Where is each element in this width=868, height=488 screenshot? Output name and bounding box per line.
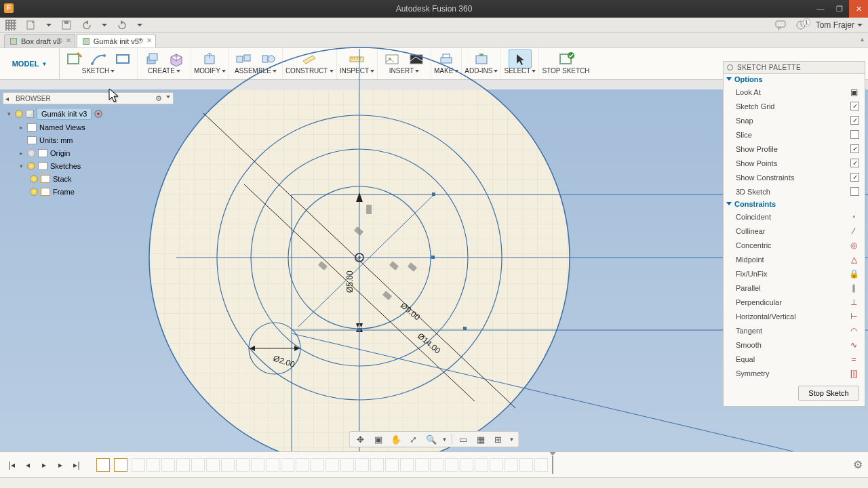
tab-close-icon[interactable]: ✕ <box>66 37 71 44</box>
plane-icon[interactable] <box>298 49 321 68</box>
option-show-points[interactable]: Show Points✓ <box>724 156 865 170</box>
gear-icon[interactable]: ⚙ <box>155 94 162 103</box>
fit-icon[interactable]: 🔍 <box>425 433 438 445</box>
timeline-step[interactable] <box>460 458 473 472</box>
user-menu[interactable]: Tom Frajer <box>816 20 863 30</box>
maximize-button[interactable]: ❐ <box>830 0 849 18</box>
extrude-icon[interactable] <box>140 49 163 68</box>
timeline-end-icon[interactable]: ▸| <box>71 459 83 471</box>
undo-icon[interactable] <box>81 20 92 30</box>
print-icon[interactable] <box>435 49 458 68</box>
collapse-ribbon-icon[interactable]: ▴ <box>861 35 864 43</box>
zoom-icon[interactable]: ⤢ <box>407 433 420 445</box>
expand-icon[interactable]: ▸ <box>18 150 24 157</box>
ribbon-label-inspect[interactable]: INSPECT <box>340 67 374 75</box>
constraint-smooth[interactable]: Smooth∿ <box>724 338 865 352</box>
constraint-symmetry[interactable]: Symmetry[|] <box>724 366 865 380</box>
close-button[interactable]: ✕ <box>849 0 868 18</box>
constraint-parallel[interactable]: Parallel∥ <box>724 281 865 295</box>
node-origin[interactable]: ▸ Origin <box>3 146 174 159</box>
timeline-back-icon[interactable]: ◂ <box>22 459 34 471</box>
option-slice[interactable]: Slice <box>724 127 865 142</box>
tab-close-icon[interactable]: ✕ <box>146 37 152 44</box>
timeline-step[interactable] <box>206 458 220 472</box>
visibility-icon[interactable] <box>30 188 38 196</box>
option-look-at[interactable]: Look At▣ <box>724 85 865 99</box>
file-new-icon[interactable] <box>26 20 37 30</box>
timeline-play-icon[interactable]: ▸ <box>38 459 50 471</box>
timeline-step[interactable] <box>296 458 309 472</box>
addins-icon[interactable] <box>470 49 493 68</box>
timeline-step[interactable] <box>385 458 399 472</box>
visibility-icon[interactable] <box>15 110 23 118</box>
timeline-step[interactable] <box>430 458 443 472</box>
pan-icon[interactable]: ✋ <box>389 433 403 445</box>
constraint-equal[interactable]: Equal= <box>724 352 865 366</box>
timeline-step[interactable] <box>415 458 429 472</box>
timeline-step[interactable] <box>311 458 324 472</box>
ribbon-label-create[interactable]: CREATE <box>148 67 180 75</box>
constraint-horizontal-vertical[interactable]: Horizontal/Vertical⊢ <box>724 309 865 323</box>
viewports-icon[interactable]: ⊞ <box>492 433 505 445</box>
ribbon-label-assemble[interactable]: ASSEMBLE <box>235 67 277 75</box>
section-constraints[interactable]: Constraints <box>724 199 865 209</box>
minimize-button[interactable]: — <box>811 0 830 18</box>
select-icon[interactable] <box>509 49 532 68</box>
ribbon-label-modify[interactable]: MODIFY <box>194 67 226 75</box>
ribbon-label-addins[interactable]: ADD-INS <box>465 67 498 75</box>
visibility-icon[interactable] <box>27 149 35 157</box>
timeline-step[interactable] <box>505 458 518 472</box>
timeline-step[interactable] <box>96 458 110 472</box>
timeline-step[interactable] <box>281 458 294 472</box>
timeline-step[interactable] <box>236 458 250 472</box>
visibility-icon[interactable] <box>30 175 38 183</box>
option-show-constraints[interactable]: Show Constraints✓ <box>724 170 865 184</box>
tab-gumak-init[interactable]: Gumák init v5* ✕ <box>77 34 157 47</box>
expand-icon[interactable]: ▾ <box>18 163 24 169</box>
save-icon[interactable] <box>61 20 72 30</box>
dim-5[interactable]: Ø5.00 <box>345 270 355 293</box>
ribbon-label-select[interactable]: SELECT <box>504 67 536 75</box>
timeline-step[interactable] <box>221 458 235 472</box>
timeline-step[interactable] <box>445 458 458 472</box>
timeline-step[interactable] <box>490 458 503 472</box>
ribbon-label-sketch[interactable]: SKETCH <box>82 67 115 75</box>
joint-icon[interactable] <box>232 49 255 68</box>
look-at-icon[interactable]: ▣ <box>372 433 385 445</box>
node-sketches[interactable]: ▾ Sketches <box>3 159 174 172</box>
redo-icon[interactable] <box>117 20 127 30</box>
pin-icon[interactable]: ◂ <box>5 95 9 102</box>
stop-sketch-icon[interactable] <box>555 49 578 68</box>
decal-icon[interactable] <box>380 49 403 68</box>
workspace-selector[interactable]: MODEL▼ <box>0 48 60 79</box>
constraint-tangent[interactable]: Tangent◠ <box>724 323 865 338</box>
root-node[interactable]: Gumák init v3 <box>37 108 92 120</box>
option-sketch-grid[interactable]: Sketch Grid✓ <box>724 99 865 113</box>
timeline-step[interactable] <box>475 458 488 472</box>
chevron-down-icon[interactable] <box>166 96 170 98</box>
timeline-fwd-icon[interactable]: ▸ <box>54 459 66 471</box>
measure-icon[interactable] <box>345 49 368 68</box>
palette-header[interactable]: SKETCH PALETTE <box>724 62 865 74</box>
timeline-marker[interactable] <box>552 456 553 474</box>
grid-icon[interactable]: ▦ <box>474 433 488 445</box>
timeline-step[interactable] <box>355 458 369 472</box>
node-units[interactable]: Units: mm <box>3 134 174 146</box>
option--d-sketch[interactable]: 3D Sketch <box>724 184 865 199</box>
press-pull-icon[interactable] <box>198 49 221 68</box>
ribbon-label-stop-sketch[interactable]: STOP SKETCH <box>542 67 589 75</box>
timeline-step[interactable] <box>370 458 384 472</box>
expand-icon[interactable]: ▸ <box>18 124 24 131</box>
timeline-step[interactable] <box>191 458 205 472</box>
redo-dropdown-icon[interactable] <box>137 24 142 26</box>
timeline-step[interactable] <box>146 458 160 472</box>
display-icon[interactable]: ▭ <box>456 433 470 445</box>
constraint-coincident[interactable]: Coincident⸰ <box>724 209 865 224</box>
timeline-step[interactable] <box>251 458 264 472</box>
timeline-step[interactable] <box>176 458 190 472</box>
node-stack[interactable]: Stack <box>3 172 174 185</box>
node-named-views[interactable]: ▸ Named Views <box>3 121 174 134</box>
timeline-step[interactable] <box>340 458 354 472</box>
timeline-step[interactable] <box>326 458 339 472</box>
box-icon[interactable] <box>165 49 188 68</box>
